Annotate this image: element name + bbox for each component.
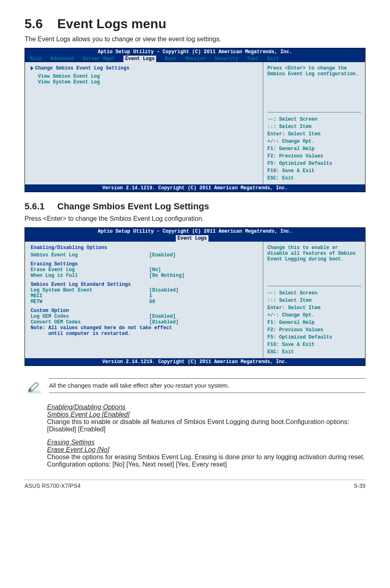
section-heading: 5.6Event Logs menu <box>25 16 365 31</box>
option-erasing: Erasing Settings Erase Event Log [No] Ch… <box>47 439 365 468</box>
option-enabling: Enabling/Disabling Options Smbios Event … <box>47 404 365 433</box>
key-enter-2: Enter: Select Item <box>267 305 361 311</box>
val-log-system-boot: [Disabled] <box>149 287 202 293</box>
bios-screen-event-logs: Aptio Setup Utility - Copyright (C) 2011… <box>25 48 365 192</box>
key-select-item: ↑↓: Select Item <box>267 124 361 130</box>
tab-main: Main <box>30 56 42 62</box>
heading-custom: Custom Option <box>31 308 257 314</box>
bios-tab-row: Main Advanced Server Mgmt Event Logs Boo… <box>25 56 365 62</box>
val-metw: 60 <box>149 299 202 305</box>
opt2-text2: Configuration options: [No] [Yes, Next r… <box>47 461 227 468</box>
key-f2-2: F2: Previous Values <box>267 327 361 333</box>
note-callout: All the changes made will take effect af… <box>25 375 365 396</box>
heading-standard: Smbios Event Log Standard Settings <box>31 282 257 287</box>
bios-left-pane-2: Enabling/Disabling Options Smbios Event … <box>25 242 263 358</box>
val-convert-oem: [Disabled] <box>149 319 202 325</box>
opt1-heading1: Enabling/Disabling Options <box>47 404 365 411</box>
bios-title: Aptio Setup Utility - Copyright (C) 2011… <box>25 48 365 56</box>
key-f1: F1: General Help <box>267 146 361 152</box>
bios-help-text: Press <Enter> to change the Smbios Event… <box>267 65 361 77</box>
opt1-heading2: Smbios Event Log [Enabled] <box>47 411 365 418</box>
bios-footer: Version 2.14.1219. Copyright (C) 2011 Am… <box>25 184 365 192</box>
key-change-opt-2: +/-: Change Opt. <box>267 312 361 318</box>
tab-boot: Boot <box>165 56 177 62</box>
heading-erasing: Erasing Settings <box>31 261 257 267</box>
val-smbios-event-log: [Enabled] <box>149 252 202 258</box>
tab-server-mgmt: Server Mgmt <box>83 56 115 62</box>
bios-right-pane: Press <Enter> to change the Smbios Event… <box>263 62 365 184</box>
bios-left-pane: Change Smbios Event Log Settings View Sm… <box>25 62 263 184</box>
tab-security: Security <box>215 56 238 62</box>
subsection-title: Change Smbios Event Log Settings <box>57 201 209 211</box>
opt2-heading2: Erase Event Log [No] <box>47 446 365 453</box>
key-esc-2: ESC: Exit <box>267 349 361 355</box>
row-meci: MECI <box>31 293 149 299</box>
bios-help-text-2: Change this to enable or disable all fea… <box>267 245 361 262</box>
bios-title-2: Aptio Setup Utility - Copyright (C) 2011… <box>25 228 365 235</box>
bios-note-line2: until computer is restarted. <box>31 331 257 337</box>
triangle-icon <box>31 66 34 70</box>
tab-event-logs: Event Logs <box>123 56 156 62</box>
row-metw: METW <box>31 299 149 305</box>
bios-footer-2: Version 2.14.1219. Copyright (C) 2011 Am… <box>25 358 365 366</box>
key-esc: ESC: Exit <box>267 175 361 181</box>
tab-event-logs-2: Event Logs <box>176 235 208 242</box>
key-f1-2: F1: General Help <box>267 320 361 325</box>
val-log-oem: [Enabled] <box>149 314 202 319</box>
key-f5: F5: Optimized Defaults <box>267 161 361 166</box>
val-when-log-full: [Do Nothing] <box>149 273 202 278</box>
key-select-item-2: ↑↓: Select Item <box>267 298 361 303</box>
key-f2: F2: Previous Values <box>267 153 361 159</box>
row-log-oem: Log OEM Codes <box>31 314 149 319</box>
val-meci: 1 <box>149 293 202 299</box>
val-erase-event-log: [No] <box>149 267 202 273</box>
section-number: 5.6 <box>25 16 57 31</box>
key-select-screen: →←: Select Screen <box>267 117 361 122</box>
tab-tool: Tool <box>247 56 259 62</box>
key-f10: F10: Save & Exit <box>267 168 361 174</box>
bios-screen-change-settings: Aptio Setup Utility - Copyright (C) 2011… <box>25 227 365 366</box>
row-smbios-event-log: Smbios Event Log <box>31 252 149 258</box>
heading-enabling: Enabling/Disabling Options <box>31 245 257 251</box>
footer-product: ASUS RS700-X7/PS4 <box>25 483 81 489</box>
row-log-system-boot: Log System Boot Event <box>31 287 149 293</box>
bios-right-pane-2: Change this to enable or disable all fea… <box>263 242 365 358</box>
bios-note-line1: Note: All values changed here do not tak… <box>31 325 257 331</box>
page-footer: ASUS RS700-X7/PS4 5-39 <box>25 480 365 489</box>
footer-page: 5-39 <box>354 483 365 489</box>
pencil-icon <box>25 375 44 396</box>
key-change-opt: +/-: Change Opt. <box>267 139 361 144</box>
key-f10-2: F10: Save & Exit <box>267 342 361 348</box>
opt1-text: Change this to enable or disable all fea… <box>47 418 349 433</box>
key-enter: Enter: Select Item <box>267 131 361 137</box>
row-convert-oem: Convert OEM Codes <box>31 319 149 325</box>
subsection-intro: Press <Enter> to change the Smbios Event… <box>25 215 365 222</box>
row-erase-event-log: Erase Event Log <box>31 267 149 273</box>
key-f5-2: F5: Optimized Defaults <box>267 334 361 340</box>
subsection-number: 5.6.1 <box>25 201 57 212</box>
menu-view-system: View System Event Log <box>31 79 257 85</box>
row-when-log-full: When Log is Full <box>31 273 149 278</box>
menu-view-smbios: View Smbios Event Log <box>31 74 257 79</box>
note-text: All the changes made will take effect af… <box>49 382 229 389</box>
tab-monitor: Monitor <box>185 56 206 62</box>
bios-tab-row-2: Event Logs <box>25 235 365 242</box>
section-title: Event Logs menu <box>57 16 166 31</box>
section-intro: The Event Logs allows you to change or v… <box>25 36 365 43</box>
key-select-screen-2: →←: Select Screen <box>267 290 361 296</box>
opt2-heading1: Erasing Settings <box>47 439 365 446</box>
subsection-heading: 5.6.1Change Smbios Event Log Settings <box>25 201 365 212</box>
tab-advanced: Advanced <box>50 56 74 62</box>
opt2-text1: Choose the options for erasing Smbios Ev… <box>47 453 365 460</box>
tab-exit: Exit <box>267 56 279 62</box>
menu-change-smbios: Change Smbios Event Log Settings <box>35 65 129 71</box>
